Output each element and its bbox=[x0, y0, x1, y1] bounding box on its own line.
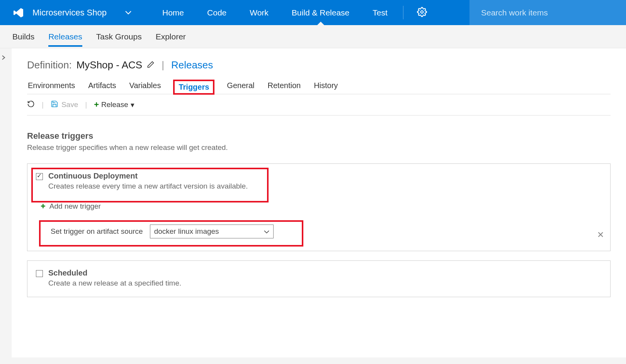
plus-icon: + bbox=[94, 100, 99, 110]
nav-test[interactable]: Test bbox=[361, 0, 399, 25]
search-placeholder: Search work items bbox=[481, 8, 548, 17]
project-switcher[interactable]: Microservices Shop bbox=[0, 0, 151, 25]
nav-build-release[interactable]: Build & Release bbox=[280, 0, 361, 25]
artifact-source-value: docker linux images bbox=[154, 227, 219, 236]
sub-nav: Builds Releases Task Groups Explorer bbox=[0, 25, 626, 48]
svg-marker-0 bbox=[14, 8, 23, 17]
pencil-icon bbox=[147, 59, 155, 71]
tab-retention[interactable]: Retention bbox=[267, 80, 302, 94]
top-nav: Home Code Work Build & Release Test bbox=[151, 0, 399, 25]
subnav-explorer[interactable]: Explorer bbox=[156, 27, 186, 47]
definition-tabs: Environments Artifacts Variables Trigger… bbox=[27, 80, 611, 94]
definition-separator: | bbox=[162, 59, 164, 71]
release-triggers-section: Release triggers Release trigger specifi… bbox=[27, 131, 611, 297]
refresh-button[interactable] bbox=[27, 100, 35, 110]
releases-link[interactable]: Releases bbox=[171, 59, 213, 71]
svg-point-1 bbox=[421, 10, 424, 13]
nav-work[interactable]: Work bbox=[238, 0, 280, 25]
toolbar: | Save | + Release ▾ bbox=[27, 94, 611, 116]
chevron-down-icon bbox=[264, 227, 269, 236]
release-dropdown-button[interactable]: + Release ▾ bbox=[94, 100, 134, 110]
tab-history[interactable]: History bbox=[313, 80, 339, 94]
release-label: Release bbox=[101, 100, 128, 109]
add-new-trigger-button[interactable]: + Add new trigger bbox=[41, 201, 602, 211]
search-input[interactable]: Search work items bbox=[470, 0, 626, 25]
toolbar-separator-2: | bbox=[85, 100, 87, 109]
edit-definition-button[interactable] bbox=[147, 59, 155, 71]
definition-label: Definition: bbox=[27, 59, 72, 71]
definition-name: MyShop - ACS bbox=[77, 59, 143, 71]
nav-separator bbox=[403, 6, 403, 19]
settings-gear-button[interactable] bbox=[407, 0, 437, 25]
remove-trigger-button[interactable]: ✕ bbox=[597, 230, 604, 240]
section-description: Release trigger specifies when a new rel… bbox=[27, 143, 611, 152]
add-trigger-label: Add new trigger bbox=[49, 202, 101, 211]
trigger-source-label: Set trigger on artifact source bbox=[51, 227, 143, 236]
visual-studio-logo-icon bbox=[12, 6, 26, 20]
section-heading: Release triggers bbox=[27, 131, 611, 141]
refresh-icon bbox=[27, 101, 35, 109]
save-icon bbox=[51, 100, 58, 110]
dropdown-caret-icon: ▾ bbox=[131, 100, 134, 109]
scheduled-title: Scheduled bbox=[48, 269, 181, 277]
main-content: Definition: MyShop - ACS | Releases Envi… bbox=[12, 48, 626, 357]
close-icon: ✕ bbox=[597, 230, 604, 240]
toolbar-separator: | bbox=[42, 100, 44, 109]
cd-title: Continuous Deployment bbox=[48, 172, 248, 180]
scheduled-checkbox[interactable] bbox=[36, 270, 43, 277]
tab-triggers[interactable]: Triggers bbox=[173, 80, 214, 95]
tab-environments[interactable]: Environments bbox=[27, 80, 76, 94]
tab-artifacts[interactable]: Artifacts bbox=[87, 80, 117, 94]
tab-general[interactable]: General bbox=[226, 80, 255, 94]
nav-code[interactable]: Code bbox=[196, 0, 238, 25]
subnav-task-groups[interactable]: Task Groups bbox=[96, 27, 142, 47]
nav-home[interactable]: Home bbox=[151, 0, 196, 25]
subnav-releases[interactable]: Releases bbox=[48, 27, 82, 47]
artifact-source-select[interactable]: docker linux images bbox=[150, 225, 274, 238]
subnav-builds[interactable]: Builds bbox=[12, 27, 34, 47]
gear-icon bbox=[417, 7, 427, 19]
top-nav-bar: Microservices Shop Home Code Work Build … bbox=[0, 0, 626, 25]
save-label: Save bbox=[61, 100, 78, 109]
scheduled-subtitle: Create a new release at a specified time… bbox=[48, 279, 181, 287]
continuous-deployment-panel: Continuous Deployment Creates release ev… bbox=[27, 163, 611, 251]
definition-header: Definition: MyShop - ACS | Releases bbox=[27, 59, 611, 71]
expand-left-panel-button[interactable] bbox=[2, 55, 5, 61]
cd-checkbox[interactable] bbox=[36, 173, 43, 180]
save-button: Save bbox=[51, 100, 78, 110]
chevron-down-icon bbox=[125, 9, 131, 16]
scheduled-panel: Scheduled Create a new release at a spec… bbox=[27, 260, 611, 297]
tab-variables[interactable]: Variables bbox=[129, 80, 162, 94]
plus-icon: + bbox=[41, 201, 46, 211]
project-name: Microservices Shop bbox=[32, 8, 107, 18]
trigger-source-row: Set trigger on artifact source docker li… bbox=[51, 225, 602, 238]
cd-subtitle: Creates release every time a new artifac… bbox=[48, 182, 248, 191]
